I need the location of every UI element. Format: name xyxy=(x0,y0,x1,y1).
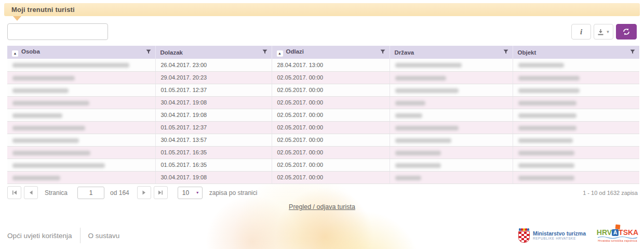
cell-odlazi: 02.05.2017. 00:00 xyxy=(272,109,390,121)
refresh-button[interactable] xyxy=(616,24,637,40)
table-row[interactable]: 29.04.2017. 20:23 02.05.2017. 00:00 xyxy=(7,71,639,84)
cell-osoba xyxy=(7,59,155,71)
next-page-button[interactable] xyxy=(137,186,151,199)
cell-dolazak: 29.04.2017. 20:23 xyxy=(155,71,272,84)
table-row[interactable]: 30.04.2017. 19:08 02.05.2017. 00:00 xyxy=(7,96,639,109)
cell-dolazak: 26.04.2017. 23:00 xyxy=(155,59,272,71)
cell-osoba xyxy=(7,109,155,121)
cell-osoba xyxy=(7,134,155,146)
cell-osoba xyxy=(7,71,155,84)
cell-objekt xyxy=(513,84,639,96)
cell-objekt xyxy=(513,96,639,109)
ministry-of-tourism-logo: Ministarstvo turizma REPUBLIKE HRVATSKE xyxy=(518,228,586,243)
refresh-icon xyxy=(623,28,630,35)
filter-icon[interactable] xyxy=(146,49,151,55)
redacted-object xyxy=(518,126,576,130)
filter-icon[interactable] xyxy=(503,49,508,55)
cell-osoba xyxy=(7,84,155,96)
cell-objekt xyxy=(513,134,639,146)
table-row[interactable]: 30.04.2017. 19:08 02.05.2017. 00:00 xyxy=(7,171,639,184)
redacted-object xyxy=(518,113,576,118)
cell-odlazi: 02.05.2017. 00:00 xyxy=(272,84,390,96)
last-page-button[interactable] xyxy=(154,186,168,199)
redacted-country xyxy=(395,63,462,68)
info-button[interactable]: i xyxy=(571,24,591,40)
export-button[interactable]: ▼ xyxy=(594,24,613,40)
table-row[interactable]: 01.05.2017. 16:35 02.05.2017. 00:00 xyxy=(7,159,639,171)
cell-drzava xyxy=(390,71,513,84)
tourist-checkout-link[interactable]: Pregled / odjava turista xyxy=(289,203,355,211)
redacted-country xyxy=(395,101,425,106)
column-header-drzava[interactable]: Država xyxy=(390,46,513,59)
footer-divider xyxy=(80,228,81,243)
redacted-object xyxy=(518,176,574,180)
redacted-person-name xyxy=(12,176,60,180)
cell-objekt xyxy=(513,146,639,159)
pagination-bar: Stranica od 164 10 ▼ zapisa po stranici … xyxy=(7,186,638,199)
redacted-object xyxy=(518,76,580,81)
terms-link[interactable]: Opći uvjeti korištenja xyxy=(7,232,72,240)
table-row[interactable]: 01.05.2017. 12:37 02.05.2017. 00:00 xyxy=(7,84,639,96)
column-header-objekt[interactable]: Objekt xyxy=(513,46,639,59)
cell-odlazi: 02.05.2017. 00:00 xyxy=(272,71,390,84)
cell-drzava xyxy=(390,109,513,121)
redacted-country xyxy=(395,138,451,143)
page-size-select[interactable]: 10 ▼ xyxy=(178,187,203,199)
redacted-object xyxy=(518,63,564,68)
about-link[interactable]: O sustavu xyxy=(88,232,120,240)
cell-drzava xyxy=(390,96,513,109)
column-header-osoba[interactable]: ▲Osoba xyxy=(7,46,155,59)
redacted-object xyxy=(518,151,574,155)
filter-icon[interactable] xyxy=(380,49,385,55)
table-row[interactable]: 30.04.2017. 19:08 02.05.2017. 00:00 xyxy=(7,109,639,121)
redacted-country xyxy=(395,76,446,81)
cell-osoba xyxy=(7,159,155,171)
cell-odlazi: 02.05.2017. 00:00 xyxy=(272,134,390,146)
table-row[interactable]: 30.04.2017. 13:57 02.05.2017. 00:00 xyxy=(7,134,639,146)
redacted-person-name xyxy=(12,126,85,130)
redacted-object xyxy=(518,163,574,168)
filter-icon[interactable] xyxy=(262,49,267,55)
redacted-country xyxy=(395,151,441,155)
table-row[interactable]: 26.04.2017. 23:00 28.04.2017. 13:00 xyxy=(7,59,639,71)
first-page-button[interactable] xyxy=(7,186,21,199)
orange-square-icon xyxy=(615,225,621,230)
page-number-input[interactable] xyxy=(77,187,104,199)
cell-dolazak: 01.05.2017. 16:35 xyxy=(155,146,272,159)
column-header-dolazak[interactable]: Dolazak xyxy=(155,46,272,59)
cell-osoba xyxy=(7,146,155,159)
prev-page-button[interactable] xyxy=(24,186,38,199)
redacted-person-name xyxy=(12,101,89,106)
cell-dolazak: 01.05.2017. 16:35 xyxy=(155,159,272,171)
cell-objekt xyxy=(513,171,639,184)
cell-drzava xyxy=(390,146,513,159)
center-link-wrap: Pregled / odjava turista xyxy=(0,202,644,211)
search-input[interactable] xyxy=(7,23,108,40)
cell-objekt xyxy=(513,159,639,171)
sort-asc-icon: ▲ xyxy=(277,50,283,57)
redacted-country xyxy=(395,88,459,93)
table-row[interactable]: 01.05.2017. 16:35 02.05.2017. 00:00 xyxy=(7,146,639,159)
cell-dolazak: 30.04.2017. 19:08 xyxy=(155,171,272,184)
toolbar: i ▼ xyxy=(571,24,637,40)
chevron-down-icon: ▼ xyxy=(606,30,610,34)
table-row[interactable]: 01.05.2017. 12:37 02.05.2017. 00:00 xyxy=(7,121,639,134)
redacted-person-name xyxy=(12,138,79,143)
croatian-tourist-board-logo: HRVATSKA Hrvatska turistička zajednica xyxy=(596,229,639,242)
redacted-person-name xyxy=(12,151,90,155)
page-size-label: zapisa po stranici xyxy=(209,189,258,196)
redacted-object xyxy=(518,138,573,143)
column-header-odlazi[interactable]: ▲Odlazi xyxy=(272,46,390,59)
first-page-icon xyxy=(12,190,17,195)
cell-dolazak: 01.05.2017. 12:37 xyxy=(155,84,272,96)
footer: Opći uvjeti korištenja O sustavu Minista… xyxy=(7,225,639,246)
chevron-down-icon: ▼ xyxy=(196,191,199,194)
cell-odlazi: 02.05.2017. 00:00 xyxy=(272,146,390,159)
htz-subtitle: Hrvatska turistička zajednica xyxy=(596,239,639,242)
redacted-object xyxy=(518,88,580,93)
tab-pointer-triangle xyxy=(13,16,21,21)
filter-icon[interactable] xyxy=(630,49,635,55)
redacted-person-name xyxy=(12,63,129,68)
download-icon xyxy=(597,29,604,35)
page-label: Stranica xyxy=(45,189,68,196)
